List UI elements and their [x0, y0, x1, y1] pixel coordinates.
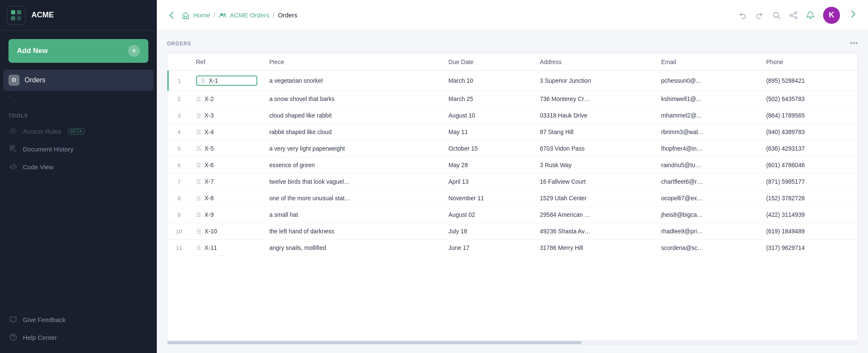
row-email: jheis8@bigca…	[655, 207, 760, 223]
eye-icon	[8, 126, 18, 136]
table-row[interactable]: 10 ☰ X-10 the left hand of darkness July…	[168, 223, 858, 240]
user-avatar[interactable]: K	[823, 7, 840, 24]
help-center-item[interactable]: Help Center	[0, 328, 157, 346]
row-ref: ☰ X-5	[190, 140, 264, 157]
doc-icon: ☰	[196, 195, 201, 202]
row-piece: a small hat	[263, 207, 442, 223]
row-email: lhopfner4@in…	[655, 140, 760, 157]
row-email: kshimwell1@...	[655, 91, 760, 107]
tools-label: TOOLS	[0, 106, 157, 122]
search-button[interactable]	[772, 11, 781, 20]
table-title: ORDERS	[167, 41, 191, 47]
row-phone: (871) 5985177	[760, 174, 857, 190]
col-due-date: Due Date	[442, 53, 534, 71]
col-num	[168, 53, 190, 71]
row-phone: (152) 3782728	[760, 190, 857, 207]
sidebar-dash: -	[0, 91, 157, 103]
redo-button[interactable]	[755, 11, 764, 20]
help-center-label: Help Center	[23, 334, 57, 341]
right-panel-toggle[interactable]	[849, 9, 858, 21]
sidebar-bottom: Give Feedback Help Center	[0, 311, 157, 353]
table-header-row: ORDERS •••	[167, 39, 858, 48]
table-wrapper: Ref Piece Due Date Address Email Phone 1…	[167, 53, 858, 345]
breadcrumb-acme-orders[interactable]: ACME Orders	[219, 11, 269, 19]
row-piece: rabbit shaped like cloud	[263, 124, 442, 140]
row-piece: a snow shovel that barks	[263, 91, 442, 107]
orders-icon: O	[8, 75, 19, 86]
row-due-date: July 18	[442, 223, 534, 240]
row-email: pchessun0@...	[655, 71, 760, 91]
row-ref: ☰ X-1	[190, 71, 264, 91]
row-address: 03318 Hauk Drive	[534, 107, 655, 124]
tool-code-view[interactable]: Code View	[0, 158, 157, 176]
table-row[interactable]: 11 ☰ X-11 angry snails, mollified June 1…	[168, 240, 858, 256]
row-ref: ☰ X-10	[190, 223, 264, 240]
sidebar-item-orders[interactable]: O Orders	[3, 70, 153, 91]
row-address: 29584 American …	[534, 207, 655, 223]
give-feedback-label: Give Feedback	[23, 316, 66, 323]
row-num: 7	[168, 174, 190, 190]
doc-icon: ☰	[196, 112, 201, 119]
feedback-icon	[8, 315, 18, 324]
row-piece: a vegetarian snorkel	[263, 71, 442, 91]
row-ref: ☰ X-9	[190, 207, 264, 223]
breadcrumb: Home / ACME Orders / Orders	[181, 11, 733, 20]
row-piece: twelve birds that look vaguel…	[263, 174, 442, 190]
plus-icon: +	[128, 45, 140, 57]
share-button[interactable]	[789, 11, 798, 20]
doc-icon: ☰	[196, 162, 201, 168]
help-icon	[8, 333, 18, 342]
horizontal-scrollbar[interactable]	[167, 341, 857, 344]
row-email: mhammel2@...	[655, 107, 760, 124]
table-row[interactable]: 9 ☰ X-9 a small hat August 02 29584 Amer…	[168, 207, 858, 223]
give-feedback-item[interactable]: Give Feedback	[0, 311, 157, 328]
doc-icon: ☰	[196, 212, 201, 218]
row-num: 3	[168, 107, 190, 124]
document-history-icon	[8, 144, 18, 154]
row-phone: (502) 6435783	[760, 91, 857, 107]
row-due-date: March 25	[442, 91, 534, 107]
row-due-date: August 10	[442, 107, 534, 124]
col-email: Email	[655, 53, 760, 71]
topbar: Home / ACME Orders / Orders	[157, 0, 868, 31]
add-new-button[interactable]: Add New +	[8, 39, 148, 63]
svg-point-14	[790, 14, 792, 16]
beta-badge: BETA	[68, 128, 84, 134]
row-num: 5	[168, 140, 190, 157]
breadcrumb-orders: Orders	[278, 11, 298, 19]
table-row[interactable]: 5 ☰ X-5 a very very light paperweight Oc…	[168, 140, 858, 157]
doc-icon: ☰	[196, 179, 201, 185]
table-row[interactable]: 8 ☰ X-8 one of the more unusual stat… No…	[168, 190, 858, 207]
tool-access-rules[interactable]: Access Rules BETA	[0, 122, 157, 140]
col-address: Address	[534, 53, 655, 71]
undo-button[interactable]	[738, 11, 747, 20]
table-row[interactable]: 2 ☰ X-2 a snow shovel that barks March 2…	[168, 91, 858, 107]
table-row[interactable]: 6 ☰ X-6 essence of green May 28 3 Rusk W…	[168, 157, 858, 174]
breadcrumb-home[interactable]: Home	[193, 11, 210, 19]
table-more-button[interactable]: •••	[850, 39, 858, 48]
table-header: Ref Piece Due Date Address Email Phone	[168, 53, 858, 71]
row-num: 11	[168, 240, 190, 256]
sidebar: ACME Add New + O Orders - TOOLS Access R…	[0, 0, 157, 353]
row-address: 1529 Utah Center	[534, 190, 655, 207]
back-button[interactable]	[167, 11, 176, 20]
app-logo	[7, 6, 25, 25]
svg-point-15	[795, 17, 797, 19]
row-due-date: June 17	[442, 240, 534, 256]
table-row[interactable]: 7 ☰ X-7 twelve birds that look vaguel… A…	[168, 174, 858, 190]
table-row[interactable]: 1 ☰ X-1 a vegetarian snorkel March 10 3 …	[168, 71, 858, 91]
orders-table: Ref Piece Due Date Address Email Phone 1…	[167, 53, 857, 256]
table-row[interactable]: 4 ☰ X-4 rabbit shaped like cloud May 11 …	[168, 124, 858, 140]
table-row[interactable]: 3 ☰ X-3 cloud shaped like rabbit August …	[168, 107, 858, 124]
row-ref: ☰ X-8	[190, 190, 264, 207]
row-phone: (317) 9629714	[760, 240, 857, 256]
notifications-button[interactable]	[806, 11, 815, 20]
tool-document-history[interactable]: Document History	[0, 140, 157, 158]
row-piece: the left hand of darkness	[263, 223, 442, 240]
svg-rect-2	[11, 16, 15, 20]
people-icon	[219, 12, 227, 18]
row-phone: (422) 3114939	[760, 207, 857, 223]
svg-point-9	[13, 339, 14, 339]
scrollbar-thumb[interactable]	[167, 341, 581, 345]
row-num: 9	[168, 207, 190, 223]
